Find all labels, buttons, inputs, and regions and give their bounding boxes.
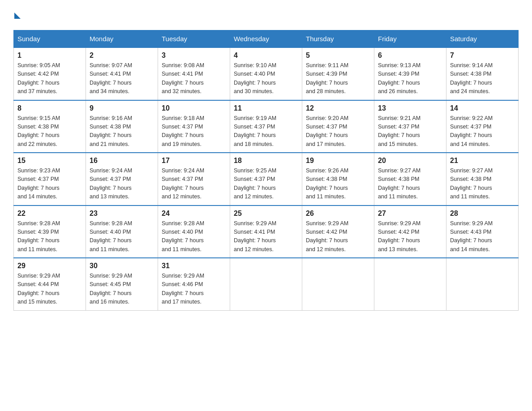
day-number: 6 — [378, 51, 442, 60]
day-info: Sunrise: 9:29 AM Sunset: 4:44 PM Dayligh… — [17, 272, 82, 307]
calendar-cell: 5Sunrise: 9:11 AM Sunset: 4:39 PM Daylig… — [302, 47, 374, 100]
calendar-cell: 17Sunrise: 9:24 AM Sunset: 4:37 PM Dayli… — [158, 153, 230, 206]
day-info: Sunrise: 9:15 AM Sunset: 4:38 PM Dayligh… — [17, 114, 82, 149]
day-number: 8 — [17, 104, 82, 112]
day-info: Sunrise: 9:21 AM Sunset: 4:37 PM Dayligh… — [378, 114, 442, 149]
calendar-week-2: 8Sunrise: 9:15 AM Sunset: 4:38 PM Daylig… — [14, 100, 519, 153]
calendar-cell: 28Sunrise: 9:29 AM Sunset: 4:43 PM Dayli… — [446, 206, 519, 258]
day-info: Sunrise: 9:08 AM Sunset: 4:41 PM Dayligh… — [162, 61, 226, 96]
day-number: 15 — [17, 157, 82, 165]
calendar-cell: 15Sunrise: 9:23 AM Sunset: 4:37 PM Dayli… — [14, 153, 86, 206]
day-number: 13 — [378, 104, 442, 112]
day-info: Sunrise: 9:29 AM Sunset: 4:46 PM Dayligh… — [162, 272, 226, 307]
calendar-week-3: 15Sunrise: 9:23 AM Sunset: 4:37 PM Dayli… — [14, 153, 519, 206]
calendar-cell: 14Sunrise: 9:22 AM Sunset: 4:37 PM Dayli… — [446, 100, 519, 153]
day-info: Sunrise: 9:19 AM Sunset: 4:37 PM Dayligh… — [234, 114, 298, 149]
day-number: 9 — [90, 104, 154, 112]
calendar-cell: 20Sunrise: 9:27 AM Sunset: 4:38 PM Dayli… — [374, 153, 446, 206]
day-info: Sunrise: 9:23 AM Sunset: 4:37 PM Dayligh… — [17, 167, 82, 201]
day-number: 20 — [378, 157, 442, 165]
day-number: 28 — [450, 210, 515, 218]
day-number: 5 — [306, 51, 370, 60]
day-info: Sunrise: 9:26 AM Sunset: 4:38 PM Dayligh… — [306, 167, 370, 201]
calendar-cell: 1Sunrise: 9:05 AM Sunset: 4:42 PM Daylig… — [14, 47, 86, 100]
day-number: 27 — [378, 210, 442, 218]
calendar-week-1: 1Sunrise: 9:05 AM Sunset: 4:42 PM Daylig… — [14, 47, 519, 100]
calendar-cell: 3Sunrise: 9:08 AM Sunset: 4:41 PM Daylig… — [158, 47, 230, 100]
calendar-cell — [230, 258, 302, 310]
day-number: 14 — [450, 104, 515, 112]
calendar-cell: 31Sunrise: 9:29 AM Sunset: 4:46 PM Dayli… — [158, 258, 230, 310]
day-info: Sunrise: 9:22 AM Sunset: 4:37 PM Dayligh… — [450, 114, 515, 149]
day-info: Sunrise: 9:14 AM Sunset: 4:38 PM Dayligh… — [450, 61, 515, 96]
day-number: 21 — [450, 157, 515, 165]
column-header-tuesday: Tuesday — [158, 30, 230, 48]
day-info: Sunrise: 9:29 AM Sunset: 4:42 PM Dayligh… — [306, 219, 370, 254]
calendar-cell: 2Sunrise: 9:07 AM Sunset: 4:41 PM Daylig… — [86, 47, 158, 100]
calendar-header: SundayMondayTuesdayWednesdayThursdayFrid… — [14, 30, 519, 48]
day-number: 4 — [234, 51, 298, 60]
logo — [13, 9, 21, 21]
calendar-cell: 25Sunrise: 9:29 AM Sunset: 4:41 PM Dayli… — [230, 206, 302, 258]
day-info: Sunrise: 9:29 AM Sunset: 4:41 PM Dayligh… — [234, 219, 298, 254]
day-info: Sunrise: 9:24 AM Sunset: 4:37 PM Dayligh… — [90, 167, 154, 201]
day-info: Sunrise: 9:29 AM Sunset: 4:42 PM Dayligh… — [378, 219, 442, 254]
calendar-cell: 8Sunrise: 9:15 AM Sunset: 4:38 PM Daylig… — [14, 100, 86, 153]
calendar-cell: 30Sunrise: 9:29 AM Sunset: 4:45 PM Dayli… — [86, 258, 158, 310]
day-number: 11 — [234, 104, 298, 112]
day-info: Sunrise: 9:11 AM Sunset: 4:39 PM Dayligh… — [306, 61, 370, 96]
day-number: 12 — [306, 104, 370, 112]
day-info: Sunrise: 9:18 AM Sunset: 4:37 PM Dayligh… — [162, 114, 226, 149]
day-number: 3 — [162, 51, 226, 60]
calendar-cell — [446, 258, 519, 310]
calendar-cell: 6Sunrise: 9:13 AM Sunset: 4:39 PM Daylig… — [374, 47, 446, 100]
calendar-cell: 4Sunrise: 9:10 AM Sunset: 4:40 PM Daylig… — [230, 47, 302, 100]
day-info: Sunrise: 9:20 AM Sunset: 4:37 PM Dayligh… — [306, 114, 370, 149]
day-info: Sunrise: 9:13 AM Sunset: 4:39 PM Dayligh… — [378, 61, 442, 96]
day-info: Sunrise: 9:27 AM Sunset: 4:38 PM Dayligh… — [450, 167, 515, 201]
day-number: 19 — [306, 157, 370, 165]
calendar-week-5: 29Sunrise: 9:29 AM Sunset: 4:44 PM Dayli… — [14, 258, 519, 310]
day-info: Sunrise: 9:27 AM Sunset: 4:38 PM Dayligh… — [378, 167, 442, 201]
calendar-cell: 24Sunrise: 9:28 AM Sunset: 4:40 PM Dayli… — [158, 206, 230, 258]
day-info: Sunrise: 9:28 AM Sunset: 4:40 PM Dayligh… — [162, 219, 226, 254]
calendar-cell — [302, 258, 374, 310]
calendar-cell: 29Sunrise: 9:29 AM Sunset: 4:44 PM Dayli… — [14, 258, 86, 310]
calendar-week-4: 22Sunrise: 9:28 AM Sunset: 4:39 PM Dayli… — [14, 206, 519, 258]
day-info: Sunrise: 9:10 AM Sunset: 4:40 PM Dayligh… — [234, 61, 298, 96]
day-info: Sunrise: 9:05 AM Sunset: 4:42 PM Dayligh… — [17, 61, 82, 96]
column-header-thursday: Thursday — [302, 30, 374, 48]
calendar-cell: 12Sunrise: 9:20 AM Sunset: 4:37 PM Dayli… — [302, 100, 374, 153]
calendar-cell: 9Sunrise: 9:16 AM Sunset: 4:38 PM Daylig… — [86, 100, 158, 153]
day-info: Sunrise: 9:28 AM Sunset: 4:40 PM Dayligh… — [90, 219, 154, 254]
header-row: SundayMondayTuesdayWednesdayThursdayFrid… — [14, 30, 519, 48]
day-number: 22 — [17, 210, 82, 218]
day-number: 7 — [450, 51, 515, 60]
calendar-cell: 22Sunrise: 9:28 AM Sunset: 4:39 PM Dayli… — [14, 206, 86, 258]
day-number: 1 — [17, 51, 82, 60]
column-header-monday: Monday — [86, 30, 158, 48]
column-header-saturday: Saturday — [446, 30, 519, 48]
calendar-cell: 26Sunrise: 9:29 AM Sunset: 4:42 PM Dayli… — [302, 206, 374, 258]
day-number: 29 — [17, 262, 82, 270]
day-number: 25 — [234, 210, 298, 218]
day-number: 26 — [306, 210, 370, 218]
calendar-table: SundayMondayTuesdayWednesdayThursdayFrid… — [13, 30, 519, 311]
day-info: Sunrise: 9:16 AM Sunset: 4:38 PM Dayligh… — [90, 114, 154, 149]
calendar-cell: 18Sunrise: 9:25 AM Sunset: 4:37 PM Dayli… — [230, 153, 302, 206]
day-info: Sunrise: 9:29 AM Sunset: 4:43 PM Dayligh… — [450, 219, 515, 254]
day-number: 30 — [90, 262, 154, 270]
day-info: Sunrise: 9:25 AM Sunset: 4:37 PM Dayligh… — [234, 167, 298, 201]
column-header-friday: Friday — [374, 30, 446, 48]
day-info: Sunrise: 9:07 AM Sunset: 4:41 PM Dayligh… — [90, 61, 154, 96]
calendar-cell: 13Sunrise: 9:21 AM Sunset: 4:37 PM Dayli… — [374, 100, 446, 153]
page-header — [13, 9, 519, 21]
day-info: Sunrise: 9:29 AM Sunset: 4:45 PM Dayligh… — [90, 272, 154, 307]
day-number: 2 — [90, 51, 154, 60]
calendar-cell: 11Sunrise: 9:19 AM Sunset: 4:37 PM Dayli… — [230, 100, 302, 153]
calendar-cell: 21Sunrise: 9:27 AM Sunset: 4:38 PM Dayli… — [446, 153, 519, 206]
day-number: 10 — [162, 104, 226, 112]
calendar-cell — [374, 258, 446, 310]
logo-triangle-icon — [14, 13, 21, 19]
calendar-cell: 27Sunrise: 9:29 AM Sunset: 4:42 PM Dayli… — [374, 206, 446, 258]
